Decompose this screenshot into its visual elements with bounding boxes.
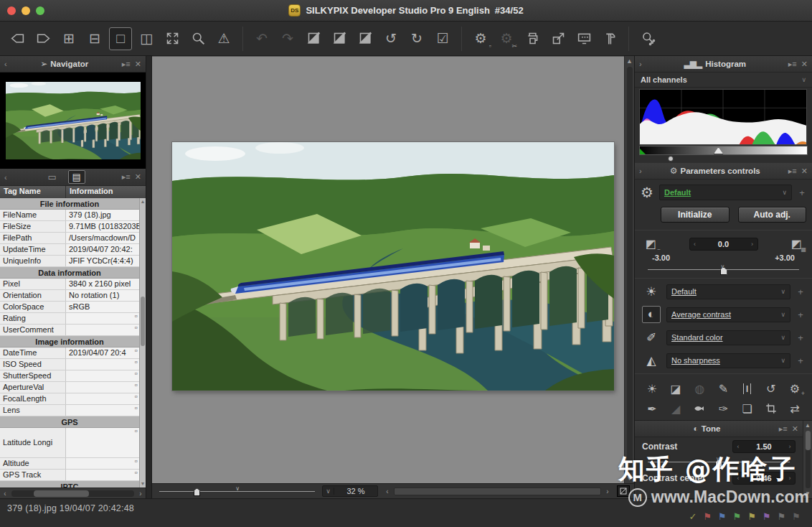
metadata-vertical-scrollbar[interactable]: ▲ ▼ bbox=[139, 198, 146, 488]
search-settings-icon[interactable] bbox=[636, 27, 659, 50]
exif-memo-tab-icon[interactable]: ▤ bbox=[68, 170, 85, 184]
shadow-marker[interactable] bbox=[640, 149, 646, 154]
minimize-window-button[interactable] bbox=[22, 6, 30, 15]
zoom-slider[interactable]: ∨ bbox=[156, 484, 318, 498]
tools-icon[interactable] bbox=[598, 27, 621, 50]
table-row[interactable]: OrientationNo rotation (1) bbox=[0, 290, 139, 302]
column-tag-name[interactable]: Tag Name bbox=[0, 186, 66, 198]
exposure-spinner[interactable]: ‹ 0.0 › bbox=[689, 238, 758, 251]
lens-tool-icon[interactable]: I bbox=[737, 380, 757, 397]
exposure-slider[interactable]: ∨ bbox=[648, 264, 799, 276]
select-mark-icon[interactable]: ☑ bbox=[431, 27, 454, 50]
white-balance-dropdown[interactable]: Default∨ bbox=[666, 284, 790, 299]
contrast-dropdown[interactable]: Average contrast∨ bbox=[666, 307, 790, 322]
color-dropdown[interactable]: Standard color∨ bbox=[666, 330, 790, 345]
channel-selector[interactable]: All channels ∨ bbox=[635, 73, 812, 88]
histogram-range-slider[interactable] bbox=[639, 146, 808, 155]
rotate-right-icon[interactable]: ↻ bbox=[405, 27, 428, 50]
noise-reduction-tool-icon[interactable]: ✎ bbox=[713, 380, 733, 397]
gamma-knob[interactable] bbox=[668, 156, 674, 162]
scroll-up-icon[interactable]: ▲ bbox=[140, 198, 146, 205]
preview-horizontal-scrollbar[interactable]: ‹ › bbox=[382, 487, 613, 496]
rotate-left-icon[interactable]: ↺ bbox=[379, 27, 402, 50]
add-icon[interactable]: + bbox=[796, 286, 805, 297]
navigator-menu-icon[interactable]: ▸≡ bbox=[122, 60, 131, 69]
contrast-icon[interactable]: ◐ bbox=[642, 306, 661, 323]
scrollbar-track[interactable] bbox=[627, 67, 633, 472]
add-icon[interactable]: + bbox=[796, 309, 805, 320]
table-row[interactable]: ApertureVal¤ bbox=[0, 382, 139, 393]
auto-exposure-icon[interactable]: ◩▦ bbox=[788, 237, 805, 251]
mark-yellow-icon[interactable]: ⚑ bbox=[747, 512, 756, 521]
thumbnail-view-icon[interactable]: ⊞ bbox=[57, 27, 80, 50]
table-row[interactable]: UniqueInfoJFIF YCbCr(4:4:4) bbox=[0, 256, 139, 267]
check-mark-icon[interactable]: ✓ bbox=[689, 512, 697, 521]
histogram-menu-icon[interactable]: ▸≡ bbox=[788, 60, 797, 69]
panel-splitter[interactable] bbox=[146, 56, 152, 498]
parameters-close-icon[interactable]: ✕ bbox=[801, 167, 808, 176]
combination-view-icon[interactable]: ⊟ bbox=[83, 27, 106, 50]
fullscreen-icon[interactable] bbox=[161, 27, 184, 50]
table-row[interactable]: FocalLength¤ bbox=[0, 393, 139, 405]
scroll-down-icon[interactable]: ▼ bbox=[805, 489, 811, 498]
table-row[interactable]: Rating¤ bbox=[0, 313, 139, 325]
add-preset-icon[interactable]: + bbox=[798, 187, 806, 198]
scrollbar-track[interactable] bbox=[394, 488, 601, 495]
midtone-marker[interactable] bbox=[714, 147, 724, 154]
zoom-dropdown-icon[interactable]: ∨ bbox=[323, 488, 334, 495]
copy-parameters-icon[interactable]: ⚙▫ bbox=[469, 27, 492, 50]
collapse-right-icon[interactable]: › bbox=[639, 60, 642, 68]
table-row[interactable]: Pixel3840 x 2160 pixel bbox=[0, 279, 139, 290]
scroll-left-icon[interactable]: ‹ bbox=[0, 490, 10, 498]
scroll-left-icon[interactable]: ‹ bbox=[382, 488, 392, 495]
scroll-down-icon[interactable]: ▼ bbox=[140, 480, 146, 488]
spotting-tool-icon[interactable]: ✑ bbox=[713, 400, 733, 417]
next-image-icon[interactable] bbox=[32, 27, 55, 50]
preview-view-icon[interactable]: □ bbox=[109, 27, 132, 50]
sharpness-dropdown[interactable]: No sharpness∨ bbox=[666, 353, 790, 368]
scrollbar-track[interactable] bbox=[11, 490, 134, 497]
white-balance-icon[interactable]: ☀ bbox=[642, 283, 661, 300]
convert-tool-icon[interactable]: ⇄ bbox=[785, 400, 805, 417]
white-balance-tool-icon[interactable]: ☀ bbox=[642, 380, 662, 397]
contrast-center-spinner[interactable]: ‹ 0.46 › bbox=[732, 472, 796, 485]
trimming-tool-icon[interactable] bbox=[761, 400, 781, 417]
finishing-tool-icon[interactable]: ❏ bbox=[737, 400, 757, 417]
mark-blue-icon[interactable]: ⚑ bbox=[718, 512, 727, 521]
scroll-down-icon[interactable]: ▼ bbox=[626, 473, 633, 483]
development-settings-tool-icon[interactable]: ⚙+ bbox=[785, 380, 805, 397]
zoom-slider-thumb[interactable] bbox=[194, 488, 200, 496]
preview-image[interactable] bbox=[172, 142, 614, 391]
print-icon[interactable] bbox=[521, 27, 544, 50]
display-settings-icon[interactable] bbox=[572, 27, 595, 50]
color-brush-icon[interactable]: ✐ bbox=[642, 329, 661, 346]
folder-tab-icon[interactable]: ▭ bbox=[44, 170, 61, 184]
prev-image-icon[interactable] bbox=[6, 27, 29, 50]
increment-icon[interactable]: › bbox=[785, 475, 795, 482]
table-row[interactable]: ISO Speed¤ bbox=[0, 359, 139, 370]
scroll-right-icon[interactable]: › bbox=[603, 488, 613, 495]
table-row[interactable]: GPS Track¤ bbox=[0, 470, 139, 481]
grid-display-toggle[interactable] bbox=[617, 485, 630, 497]
gear-icon[interactable]: ⚙ bbox=[641, 184, 653, 201]
scrollbar-thumb[interactable] bbox=[141, 297, 145, 346]
mark-red-icon[interactable]: ⚑ bbox=[703, 512, 712, 521]
close-window-button[interactable] bbox=[7, 6, 16, 15]
develop-marked-icon[interactable] bbox=[328, 27, 351, 50]
scrollbar-thumb[interactable] bbox=[806, 431, 811, 450]
table-row[interactable]: DateTime2019/04/07 20:4¤ bbox=[0, 348, 139, 359]
column-information[interactable]: Information bbox=[66, 186, 146, 198]
scroll-up-icon[interactable]: ▲ bbox=[626, 56, 633, 66]
increment-icon[interactable]: › bbox=[747, 241, 757, 248]
add-icon[interactable]: + bbox=[796, 355, 805, 366]
histogram-close-icon[interactable]: ✕ bbox=[801, 60, 808, 69]
table-row[interactable]: UserComment¤ bbox=[0, 325, 139, 336]
table-row[interactable]: FileName379 (18).jpg bbox=[0, 210, 139, 221]
preset-dropdown[interactable]: Default ∨ bbox=[659, 185, 792, 200]
table-row[interactable]: FileSize9.71MB (10183203B bbox=[0, 221, 139, 233]
sharpness-icon[interactable]: ◭ bbox=[642, 352, 661, 369]
fisheye-tool-icon[interactable] bbox=[689, 400, 709, 417]
auto-adjust-button[interactable]: Auto adj. bbox=[738, 207, 807, 223]
add-icon[interactable]: + bbox=[796, 332, 805, 343]
preview-vertical-scrollbar[interactable]: ▲ ▼ bbox=[624, 56, 634, 483]
